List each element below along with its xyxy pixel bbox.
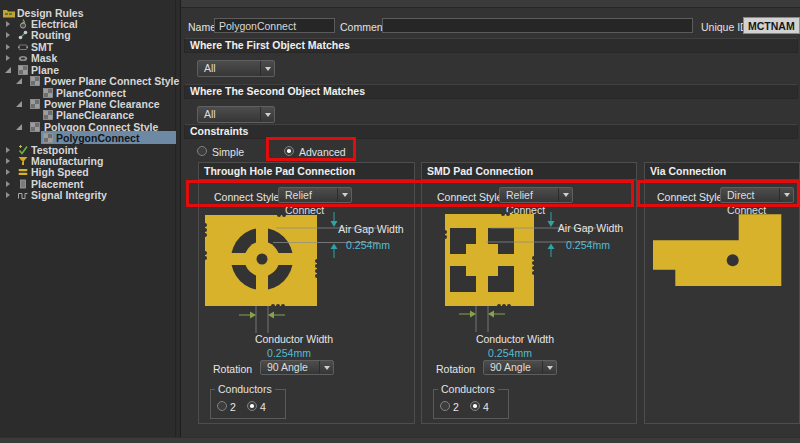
top-strip xyxy=(181,0,800,8)
tree-item-high-speed[interactable]: High Speed xyxy=(0,166,176,178)
simple-radio-label: Simple xyxy=(212,146,244,158)
tree-item-signal-integrity[interactable]: Signal Integrity xyxy=(0,189,176,201)
placement-icon xyxy=(18,179,28,189)
name-input[interactable] xyxy=(214,18,335,33)
rule-editor-panel: Name Comment Unique ID Where The First O… xyxy=(180,0,800,437)
dropdown-value: All xyxy=(204,108,216,120)
tree-item-planeclearance[interactable]: PlaneClearance xyxy=(0,109,176,121)
dropdown-value: 90 Angle xyxy=(490,361,531,373)
high-speed-icon xyxy=(18,167,28,177)
advanced-radio-label: Advanced xyxy=(299,146,346,158)
expand-arrow-icon[interactable] xyxy=(6,158,10,164)
tree-item-label: PlaneClearance xyxy=(56,109,134,121)
tree-item-label: PolygonConnect xyxy=(56,132,139,144)
conductors-2-radio[interactable] xyxy=(440,401,450,411)
tree-item-polygonconnect-selected[interactable]: PolygonConnect xyxy=(0,132,176,144)
expand-arrow-icon[interactable] xyxy=(6,181,10,187)
manufacturing-icon xyxy=(18,156,28,166)
rule-icon xyxy=(30,99,40,109)
dropdown-value: All xyxy=(204,62,216,74)
expand-arrow-icon[interactable] xyxy=(6,32,10,38)
conductors-label: Conductors xyxy=(215,384,275,395)
tree-item-label: Routing xyxy=(31,29,71,41)
collapse-arrow-icon[interactable] xyxy=(16,101,22,107)
conductors-2-label: 2 xyxy=(453,401,459,413)
tree-item-power-plane-connect-style[interactable]: Power Plane Connect Style xyxy=(0,75,176,87)
rotation-label: Rotation xyxy=(213,363,252,375)
second-object-scope-dropdown[interactable]: All xyxy=(197,106,275,123)
chevron-down-icon xyxy=(779,188,793,202)
second-object-matches-header: Where The Second Object Matches xyxy=(184,84,798,99)
rule-icon xyxy=(43,110,53,120)
panel-title: SMD Pad Connection xyxy=(422,163,636,180)
unique-id-field[interactable] xyxy=(743,17,800,34)
first-object-scope-dropdown[interactable]: All xyxy=(197,60,275,77)
smd-connect-style-dropdown[interactable]: Relief Connect xyxy=(499,187,573,203)
unique-id-label: Unique ID xyxy=(701,21,748,33)
conductors-4-label: 4 xyxy=(483,401,489,413)
conductors-label: Conductors xyxy=(438,384,498,395)
conductor-width-label: Conductor Width xyxy=(239,333,349,345)
via-connection-panel: Via Connection Connect Style Direct Conn… xyxy=(644,162,800,424)
smd-pad-connection-panel: SMD Pad Connection Connect Style Relief … xyxy=(421,162,637,424)
expand-arrow-icon[interactable] xyxy=(6,192,10,198)
expand-arrow-icon[interactable] xyxy=(6,169,10,175)
expand-arrow-icon[interactable] xyxy=(6,55,10,61)
bottom-scrollbar-track[interactable] xyxy=(0,437,800,443)
through-hole-connect-style-dropdown[interactable]: Relief Connect xyxy=(278,187,352,203)
air-gap-width-label: Air Gap Width xyxy=(548,222,633,234)
advanced-radio[interactable] xyxy=(284,146,294,156)
tree-item-mask[interactable]: Mask xyxy=(0,52,176,64)
mask-icon xyxy=(18,53,28,63)
chevron-down-icon xyxy=(260,107,274,122)
chevron-down-icon xyxy=(260,61,274,76)
collapse-arrow-icon[interactable] xyxy=(5,67,11,73)
name-label: Name xyxy=(188,21,216,33)
conductors-4-label: 4 xyxy=(260,401,266,413)
via-direct-connect-diagram xyxy=(645,208,800,308)
rule-icon xyxy=(30,122,40,132)
smd-rotation-dropdown[interactable]: 90 Angle xyxy=(483,360,557,375)
tree-item-label: Signal Integrity xyxy=(31,189,107,201)
first-object-matches-header: Where The First Object Matches xyxy=(184,38,798,53)
routing-icon xyxy=(18,30,28,40)
connect-style-label: Connect Style xyxy=(214,191,279,203)
through-hole-rotation-dropdown[interactable]: 90 Angle xyxy=(260,360,334,375)
conductors-2-radio[interactable] xyxy=(217,401,227,411)
air-gap-width-value: 0.254mm xyxy=(328,239,408,251)
rotation-label: Rotation xyxy=(436,363,475,375)
air-gap-width-label: Air Gap Width xyxy=(328,223,414,235)
conductor-width-label: Conductor Width xyxy=(460,333,570,345)
comment-input[interactable] xyxy=(382,18,693,33)
simple-radio[interactable] xyxy=(197,146,207,156)
connect-style-label: Connect Style xyxy=(437,191,502,203)
expand-arrow-icon[interactable] xyxy=(6,147,10,153)
collapse-arrow-icon[interactable] xyxy=(16,124,22,130)
panel-title: Via Connection xyxy=(645,163,799,180)
expand-arrow-icon[interactable] xyxy=(6,21,10,27)
conductors-4-radio[interactable] xyxy=(470,401,480,411)
chevron-down-icon xyxy=(542,361,556,374)
through-hole-pad-connection-panel: Through Hole Pad Connection Connect Styl… xyxy=(198,162,415,424)
tree-item-label: Power Plane Connect Style xyxy=(44,75,179,87)
expand-arrow-icon[interactable] xyxy=(6,44,10,50)
chevron-down-icon xyxy=(337,188,351,202)
collapse-arrow-icon[interactable] xyxy=(16,78,22,84)
via-connect-style-dropdown[interactable]: Direct Connect xyxy=(720,187,794,203)
folder-icon xyxy=(3,8,15,18)
rule-icon xyxy=(43,88,53,98)
plane-icon xyxy=(18,65,28,75)
rule-icon xyxy=(30,76,40,86)
rule-icon xyxy=(43,133,53,143)
testpoint-icon xyxy=(18,145,28,155)
panel-title: Through Hole Pad Connection xyxy=(199,163,414,180)
conductors-group: Conductors 2 4 xyxy=(210,389,286,419)
tree-item-routing[interactable]: Routing xyxy=(0,29,176,41)
conductors-group: Conductors 2 4 xyxy=(433,389,509,419)
conductors-4-radio[interactable] xyxy=(247,401,257,411)
smt-icon xyxy=(18,42,28,52)
conductor-width-value: 0.254mm xyxy=(239,347,339,359)
tree-item-label: Mask xyxy=(31,52,57,64)
electrical-icon xyxy=(18,19,28,29)
conductor-width-value: 0.254mm xyxy=(460,347,560,359)
